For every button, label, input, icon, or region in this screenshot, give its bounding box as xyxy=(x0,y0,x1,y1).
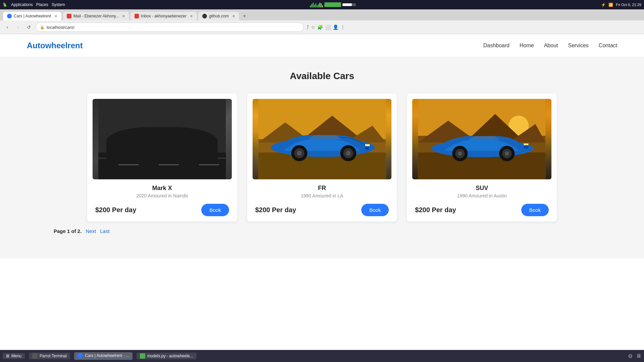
car-name-1: FR xyxy=(253,185,392,192)
book-button-0[interactable]: Book xyxy=(201,204,229,216)
car-footer-0: $200 Per day Book xyxy=(93,204,232,216)
car-svg-2 xyxy=(412,99,551,179)
places-menu[interactable]: Places xyxy=(36,2,48,7)
car-desc-0: 2020 Amoured in Nairobi xyxy=(93,193,232,198)
grid-icon: ⊞ xyxy=(6,354,9,358)
taskbar-code[interactable]: models.py - autowheele... xyxy=(137,353,197,359)
browser-tab-2[interactable]: Inbox - akhonyaebenezer... ✕ xyxy=(130,11,197,20)
volume-bar xyxy=(342,3,356,6)
taskbar-right: ⚙ 🖥 xyxy=(628,353,641,359)
car-image-0 xyxy=(93,99,232,179)
car-card-1: FR 1990 Amoured in LA $200 Per day Book xyxy=(247,94,397,222)
refresh-button[interactable]: ↺ xyxy=(25,23,33,31)
bluetooth-icon: ⚡ xyxy=(601,3,606,7)
tab-close-1[interactable]: ✕ xyxy=(122,14,125,18)
code-icon xyxy=(140,353,145,359)
menu-button[interactable]: ⋮ xyxy=(340,24,345,30)
taskbar-browser[interactable]: Cars | Autowheelrent - ... xyxy=(74,352,132,360)
pagination-next[interactable]: Next xyxy=(86,228,96,234)
tab-label-0: Cars | Autowheelrent xyxy=(14,14,51,18)
car-image-2 xyxy=(412,99,551,179)
tab-close-0[interactable]: ✕ xyxy=(54,14,57,18)
tab-label-3: github.com xyxy=(209,14,229,18)
svg-point-6 xyxy=(112,136,212,156)
svg-point-8 xyxy=(134,147,143,157)
taskbar-browser-label: Cars | Autowheelrent - ... xyxy=(85,353,129,358)
car-desc-2: 1990 Amoured in Austin xyxy=(412,193,551,198)
taskbar-menu-label: Menu xyxy=(11,354,21,358)
nav-links: Dashboard Home About Services Contact xyxy=(483,43,617,49)
parrot-logo-icon: 🦜 xyxy=(3,2,8,7)
taskbar: ⊞ Menu Parrot Terminal Cars | Autowheelr… xyxy=(0,350,644,362)
browser-chrome: Cars | Autowheelrent ✕ Mail - Ebenezer A… xyxy=(0,9,644,34)
address-bar[interactable]: 🔒 localhost/cars/ xyxy=(36,22,304,32)
nav-link-contact[interactable]: Contact xyxy=(599,43,617,48)
car-footer-2: $200 Per day Book xyxy=(412,204,551,216)
tab-close-3[interactable]: ✕ xyxy=(232,14,235,18)
page-title: Available Cars xyxy=(27,71,617,81)
car-price-0: $200 Per day xyxy=(95,206,136,214)
car-card-2: SUV 1990 Amoured in Austin $200 Per day … xyxy=(407,94,557,222)
car-svg-1 xyxy=(253,99,392,179)
book-button-2[interactable]: Book xyxy=(521,204,549,216)
nav-link-about[interactable]: About xyxy=(544,43,558,48)
svg-rect-13 xyxy=(118,146,124,148)
extension-button[interactable]: 🧩 xyxy=(317,24,323,30)
svg-rect-3 xyxy=(118,164,139,165)
svg-rect-14 xyxy=(155,150,169,153)
tab-favicon-0 xyxy=(7,14,12,18)
tab-label-1: Mail - Ebenezer Akhony... xyxy=(73,14,119,18)
browser-icon xyxy=(77,353,83,358)
terminal-icon xyxy=(32,353,38,359)
taskbar-terminal-label: Parrot Terminal xyxy=(40,354,67,358)
lock-icon: 🔒 xyxy=(40,25,45,29)
svg-rect-30 xyxy=(365,144,370,146)
car-price-2: $200 Per day xyxy=(415,206,456,214)
browser-addressbar: ‹ › ↺ 🔒 localhost/cars/ ⤴ ☆ 🧩 ⬜ 👤 ⋮ xyxy=(0,20,644,34)
website-content: Autowheelrent Dashboard Home About Servi… xyxy=(0,34,644,357)
svg-point-45 xyxy=(505,152,509,156)
site-logo[interactable]: Autowheelrent xyxy=(27,41,83,50)
taskbar-terminal[interactable]: Parrot Terminal xyxy=(29,353,70,359)
svg-rect-2 xyxy=(98,158,226,159)
svg-rect-47 xyxy=(524,143,529,145)
nav-link-services[interactable]: Services xyxy=(568,43,589,48)
tab-favicon-3 xyxy=(202,14,207,18)
battery-indicator xyxy=(324,2,341,7)
profile-button[interactable]: 👤 xyxy=(333,24,338,30)
svg-point-42 xyxy=(458,152,462,156)
svg-rect-29 xyxy=(365,146,369,150)
forward-button[interactable]: › xyxy=(14,23,22,31)
car-image-1 xyxy=(253,99,392,179)
svg-rect-46 xyxy=(524,146,529,148)
car-svg-0 xyxy=(93,99,232,179)
nav-link-dashboard[interactable]: Dashboard xyxy=(483,43,509,48)
browser-tab-0[interactable]: Cars | Autowheelrent ✕ xyxy=(3,11,62,20)
cars-grid: Mark X 2020 Amoured in Nairobi $200 Per … xyxy=(87,94,557,222)
svg-rect-4 xyxy=(159,164,179,165)
browser-tab-1[interactable]: Mail - Ebenezer Akhony... ✕ xyxy=(62,11,129,20)
taskbar-menu[interactable]: ⊞ Menu xyxy=(3,353,25,359)
nav-link-home[interactable]: Home xyxy=(520,43,534,48)
svg-rect-1 xyxy=(98,153,226,179)
tab-close-2[interactable]: ✕ xyxy=(190,14,193,18)
share-button[interactable]: ⤴ xyxy=(307,24,309,30)
pagination-last[interactable]: Last xyxy=(100,228,109,234)
svg-point-12 xyxy=(185,150,189,154)
browser-tabs: Cars | Autowheelrent ✕ Mail - Ebenezer A… xyxy=(0,9,644,20)
bookmark-button[interactable]: ☆ xyxy=(311,24,315,30)
sidebar-toggle-button[interactable]: ⬜ xyxy=(325,24,331,30)
car-name-0: Mark X xyxy=(93,185,232,192)
applications-menu[interactable]: Applications xyxy=(11,2,33,7)
car-card-0: Mark X 2020 Amoured in Nairobi $200 Per … xyxy=(87,94,237,222)
system-menu[interactable]: System xyxy=(52,2,65,7)
book-button-1[interactable]: Book xyxy=(361,204,389,216)
audio-visualizer xyxy=(310,2,323,7)
browser-tab-3[interactable]: github.com ✕ xyxy=(198,11,239,20)
taskbar-left: ⊞ Menu Parrot Terminal Cars | Autowheelr… xyxy=(3,352,197,360)
back-button[interactable]: ‹ xyxy=(3,23,11,31)
car-footer-1: $200 Per day Book xyxy=(253,204,392,216)
car-price-1: $200 Per day xyxy=(255,206,296,214)
wifi-icon: 📶 xyxy=(608,3,613,7)
new-tab-button[interactable]: + xyxy=(240,12,249,20)
